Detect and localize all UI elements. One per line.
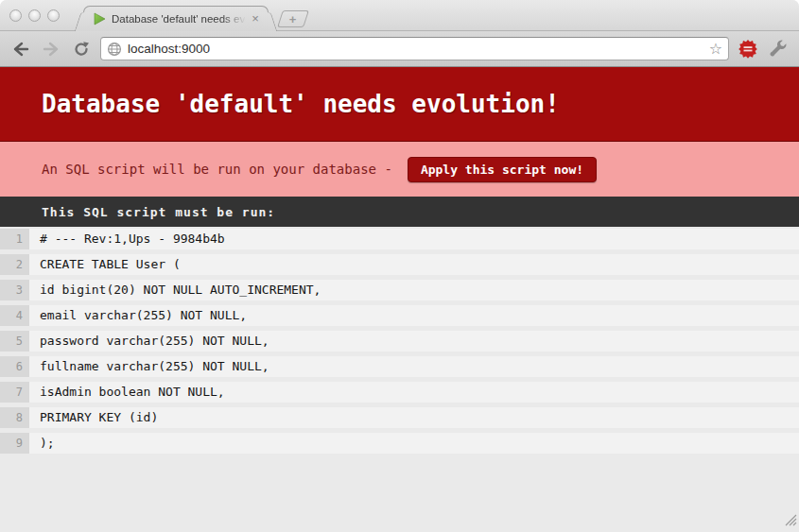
browser-window: Database 'default' needs evo × + — [0, 0, 799, 532]
banner-message: An SQL script will be run on your databa… — [42, 162, 392, 177]
reload-icon — [73, 41, 90, 58]
script-line: 2 CREATE TABLE User ( — [0, 254, 799, 275]
resize-grip-icon[interactable] — [785, 513, 797, 530]
minimize-window-button[interactable] — [28, 9, 41, 22]
script-bar-label: This SQL script must be run: — [42, 205, 275, 219]
line-code: ); — [29, 433, 799, 454]
line-number: 1 — [0, 229, 29, 249]
bookmark-star-icon[interactable]: ☆ — [709, 42, 722, 57]
globe-icon — [107, 42, 122, 57]
script-line: 9 ); — [0, 433, 799, 454]
script-bar: This SQL script must be run: — [0, 197, 799, 227]
line-number: 7 — [0, 382, 29, 403]
address-bar[interactable]: localhost:9000 ☆ — [100, 37, 729, 60]
page-title: Database 'default' needs evolution! — [42, 90, 560, 118]
script-lines: 1 # --- Rev:1,Ups - 9984b4b 2 CREATE TAB… — [0, 227, 799, 454]
apply-script-button[interactable]: Apply this script now! — [408, 157, 597, 182]
forward-arrow-icon — [43, 42, 60, 57]
wrench-settings-icon — [769, 40, 788, 59]
line-number: 9 — [0, 433, 29, 454]
line-code: id bigint(20) NOT NULL AUTO_INCREMENT, — [29, 280, 799, 300]
line-number: 2 — [0, 254, 29, 275]
line-number: 6 — [0, 356, 29, 377]
reload-button[interactable] — [70, 38, 93, 60]
script-line: 1 # --- Rev:1,Ups - 9984b4b — [0, 229, 799, 249]
script-line: 8 PRIMARY KEY (id) — [0, 407, 799, 428]
plus-icon: + — [289, 13, 297, 26]
line-number: 8 — [0, 407, 29, 428]
back-arrow-icon — [12, 42, 29, 57]
zoom-window-button[interactable] — [47, 9, 60, 22]
browser-toolbar: localhost:9000 ☆ — [0, 31, 799, 67]
extension-badge-icon — [738, 40, 757, 59]
url-text[interactable]: localhost:9000 — [128, 42, 703, 56]
new-tab-button[interactable]: + — [277, 10, 309, 27]
sql-banner: An SQL script will be run on your databa… — [0, 142, 799, 197]
line-code: PRIMARY KEY (id) — [29, 407, 799, 428]
script-line: 3 id bigint(20) NOT NULL AUTO_INCREMENT, — [0, 280, 799, 300]
line-number: 4 — [0, 305, 29, 326]
line-number: 3 — [0, 280, 29, 300]
line-code: isAdmin boolean NOT NULL, — [29, 382, 799, 403]
evolution-header: Database 'default' needs evolution! — [0, 67, 799, 142]
script-line: 7 isAdmin boolean NOT NULL, — [0, 382, 799, 403]
script-line: 4 email varchar(255) NOT NULL, — [0, 305, 799, 326]
line-code: CREATE TABLE User ( — [29, 254, 799, 275]
forward-button[interactable] — [40, 38, 62, 60]
tab-title: Database 'default' needs evo — [112, 13, 249, 25]
line-code: email varchar(255) NOT NULL, — [29, 305, 799, 326]
script-line: 5 password varchar(255) NOT NULL, — [0, 331, 799, 352]
traffic-lights — [9, 9, 60, 22]
browser-tab[interactable]: Database 'default' needs evo × — [83, 6, 269, 31]
line-number: 5 — [0, 331, 29, 352]
tab-close-icon[interactable]: × — [249, 12, 262, 26]
back-button[interactable] — [9, 38, 32, 60]
script-line: 6 fullname varchar(255) NOT NULL, — [0, 356, 799, 377]
tab-strip: Database 'default' needs evo × + — [0, 0, 799, 31]
play-favicon-icon — [93, 12, 106, 26]
line-code: # --- Rev:1,Ups - 9984b4b — [29, 229, 799, 249]
close-window-button[interactable] — [9, 9, 22, 22]
line-code: password varchar(255) NOT NULL, — [29, 331, 799, 352]
wrench-icon[interactable] — [767, 38, 790, 60]
line-code: fullname varchar(255) NOT NULL, — [29, 356, 799, 377]
extension-icon[interactable] — [737, 38, 759, 60]
